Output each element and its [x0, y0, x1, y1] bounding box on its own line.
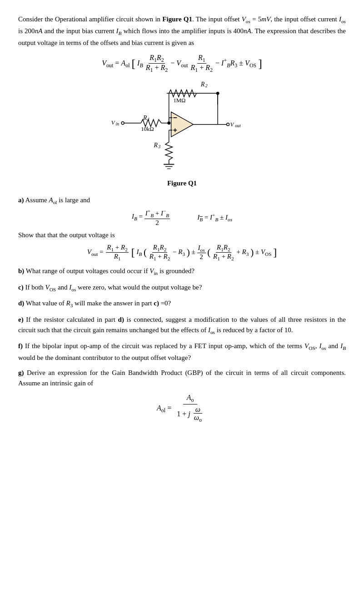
part-e: e) If the resistor calculated in part d)… — [18, 314, 346, 337]
part-a: a) Assume Aol is large and IB = I+B + I−… — [18, 195, 346, 261]
svg-text:1MΩ: 1MΩ — [173, 97, 185, 104]
main-content: Consider the Operational amplifier circu… — [18, 14, 346, 424]
circuit-svg: R 2 1MΩ R 1 V in — [96, 80, 269, 175]
part-b: b) What range of output voltages could o… — [18, 266, 346, 277]
part-a-formulas: IB = I+B + I−B 2 IB = I+B ± Ios — [18, 208, 346, 226]
part-a-label: a) — [18, 196, 24, 204]
svg-point-28 — [216, 92, 219, 95]
svg-text:in: in — [115, 121, 119, 126]
part-g: g) Derive an expression for the Gain Ban… — [18, 368, 346, 424]
svg-text:out: out — [235, 123, 241, 128]
part-c: c) If both VOS and Ios were zero, what w… — [18, 282, 346, 294]
main-formula: Vout = Aol [ IB R1R2 R1 + R2 − Vout R1 R… — [18, 54, 346, 74]
figure-caption: Figure Q1 — [18, 178, 346, 189]
part-a-show: Show that that the output voltage is — [18, 230, 346, 240]
show-equation: Vout = R1 + R2 R1 [ IB ( R1R2 R1 + R2 − … — [18, 244, 346, 262]
circuit-diagram: R 2 1MΩ R 1 V in — [18, 80, 346, 175]
svg-marker-16 — [171, 112, 193, 137]
svg-text:10kΩ: 10kΩ — [141, 126, 154, 132]
part-d: d) What value of R3 will make the answer… — [18, 298, 346, 309]
svg-point-10 — [121, 122, 124, 125]
svg-text:V: V — [111, 119, 115, 125]
svg-point-24 — [226, 123, 229, 125]
svg-text:2: 2 — [205, 83, 207, 88]
aol-formula: Aol = Ao 1 + j ω ωo — [18, 393, 346, 424]
part-f: f) If the bipolar input op-amp of the ci… — [18, 341, 346, 363]
svg-text:R: R — [200, 80, 205, 87]
svg-text:3: 3 — [158, 144, 160, 149]
svg-text:V: V — [230, 121, 234, 127]
intro-paragraph: Consider the Operational amplifier circu… — [18, 14, 346, 48]
svg-text:R: R — [143, 115, 147, 121]
svg-text:R: R — [153, 142, 158, 149]
